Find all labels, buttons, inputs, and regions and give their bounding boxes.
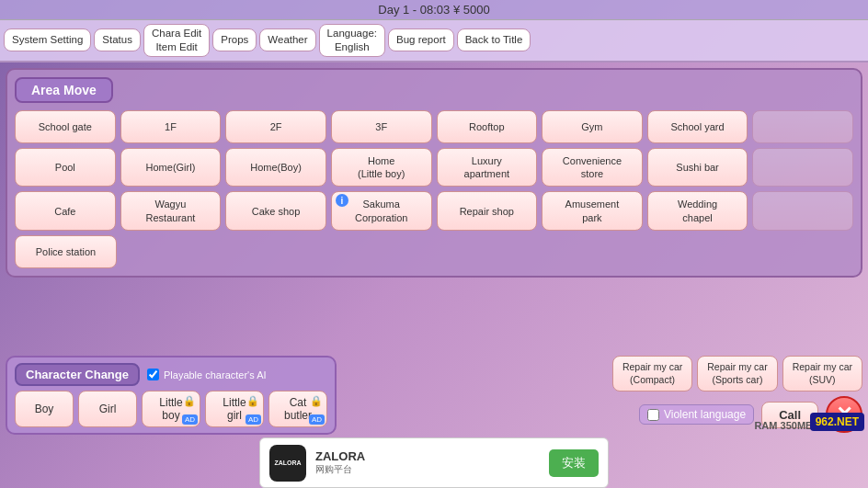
area-1f[interactable]: 1F <box>120 110 222 143</box>
language-btn[interactable]: Language:English <box>319 24 385 57</box>
area-pool[interactable]: Pool <box>15 148 116 187</box>
area-empty-3 <box>752 191 853 231</box>
area-empty-1 <box>752 110 853 143</box>
ad-logo: ZALORA <box>269 445 306 482</box>
char-buttons: Boy Girl Little boy 🔒 AD Little girl 🔒 A… <box>15 391 327 427</box>
top-menu: System Setting Status Chara EditItem Edi… <box>0 20 868 62</box>
area-gym[interactable]: Gym <box>542 110 643 143</box>
playable-ai-checkbox-row: Playable character's AI <box>147 369 267 380</box>
system-setting-btn[interactable]: System Setting <box>4 28 91 51</box>
status-btn[interactable]: Status <box>94 28 141 51</box>
area-school-gate[interactable]: School gate <box>15 110 116 143</box>
repair-row: Repair my car(Compact) Repair my car(Spo… <box>342 356 862 392</box>
ram-watermark: RAM 350MB <box>754 420 813 431</box>
char-cat-butler-btn[interactable]: Cat butler 🔒 AD <box>268 391 327 427</box>
chara-edit-btn[interactable]: Chara EditItem Edit <box>143 24 210 57</box>
char-little-girl-btn[interactable]: Little girl 🔒 AD <box>205 391 264 427</box>
char-change-label: Character Change <box>15 363 140 386</box>
area-rooftop[interactable]: Rooftop <box>437 110 538 143</box>
ad-title: ZALORA <box>315 449 540 463</box>
ad-badge-little-boy: AD <box>182 414 198 425</box>
char-little-boy-btn[interactable]: Little boy 🔒 AD <box>142 391 200 427</box>
props-btn[interactable]: Props <box>212 28 257 51</box>
area-convenience-store[interactable]: Conveniencestore <box>542 148 643 187</box>
area-cake-shop[interactable]: Cake shop <box>225 191 326 231</box>
lock-icon-little-girl: 🔒 <box>246 395 259 407</box>
ad-banner: ZALORA ZALORA 网购平台 安装 <box>259 437 609 488</box>
bug-report-btn[interactable]: Bug report <box>388 28 454 51</box>
area-police-station[interactable]: Police station <box>15 235 117 268</box>
violent-language-label: Violent language <box>664 408 746 421</box>
weather-btn[interactable]: Weather <box>259 28 315 51</box>
ad-text-section: ZALORA 网购平台 <box>315 449 540 476</box>
area-luxury-apartment[interactable]: Luxuryapartment <box>437 148 538 187</box>
area-school-yard[interactable]: School yard <box>647 110 748 143</box>
area-empty-2 <box>752 148 853 187</box>
area-sakuma-corporation[interactable]: i SakumaCorporation <box>331 191 432 231</box>
playable-ai-checkbox[interactable] <box>147 369 159 380</box>
area-sushi-bar[interactable]: Sushi bar <box>647 148 748 187</box>
area-repair-shop[interactable]: Repair shop <box>437 191 538 231</box>
area-amusement-park[interactable]: Amusementpark <box>542 191 643 231</box>
playable-ai-label: Playable character's AI <box>164 369 267 380</box>
ad-install-btn[interactable]: 安装 <box>549 449 599 477</box>
area-2f[interactable]: 2F <box>225 110 326 143</box>
info-badge: i <box>336 194 348 207</box>
char-boy-btn[interactable]: Boy <box>15 391 74 427</box>
violent-language-checkbox[interactable] <box>647 409 659 421</box>
area-panel-header: Area Move <box>15 77 113 103</box>
area-cafe[interactable]: Cafe <box>15 191 116 231</box>
violent-language-row: Violent language <box>639 404 754 425</box>
back-to-title-btn[interactable]: Back to Title <box>457 28 531 51</box>
status-bar: Day 1 - 08:03 ¥ 5000 <box>0 0 868 20</box>
area-wedding-chapel[interactable]: Weddingchapel <box>647 191 748 231</box>
ad-subtitle: 网购平台 <box>315 463 540 476</box>
site-watermark: 962.NET <box>810 413 864 431</box>
lock-icon-little-boy: 🔒 <box>183 395 196 407</box>
ad-badge-little-girl: AD <box>246 414 261 425</box>
area-wagyu-restaurant[interactable]: WagyuRestaurant <box>120 191 222 231</box>
char-section: Character Change Playable character's AI… <box>6 356 337 435</box>
repair-suv-btn[interactable]: Repair my car(SUV) <box>782 356 862 392</box>
status-text: Day 1 - 08:03 ¥ 5000 <box>378 3 489 17</box>
area-panel: Area Move School gate 1F 2F 3F Rooftop G… <box>6 68 862 278</box>
area-grid: School gate 1F 2F 3F Rooftop Gym School … <box>15 110 853 231</box>
char-header-row: Character Change Playable character's AI <box>15 363 327 386</box>
repair-sports-btn[interactable]: Repair my car(Sports car) <box>697 356 777 392</box>
repair-compact-btn[interactable]: Repair my car(Compact) <box>612 356 692 392</box>
area-home-girl[interactable]: Home(Girl) <box>120 148 222 187</box>
area-home-little-boy[interactable]: Home(Little boy) <box>331 148 432 187</box>
area-partial-row: Police station <box>15 235 853 268</box>
bottom-panel: Character Change Playable character's AI… <box>0 356 868 435</box>
lock-icon-cat-butler: 🔒 <box>310 395 323 407</box>
area-3f[interactable]: 3F <box>331 110 432 143</box>
ad-badge-cat-butler: AD <box>309 414 325 425</box>
char-girl-btn[interactable]: Girl <box>78 391 137 427</box>
area-home-boy[interactable]: Home(Boy) <box>225 148 326 187</box>
